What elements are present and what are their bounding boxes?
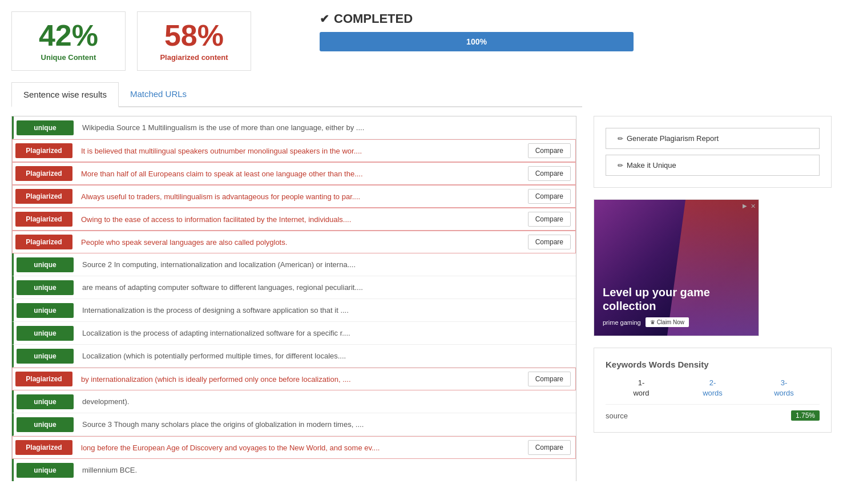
generate-report-button[interactable]: ✏ Generate Plagiarism Report (606, 128, 820, 149)
result-text: Localization (which is potentially perfo… (76, 347, 576, 365)
ad-badge: ▶ (743, 203, 747, 209)
density-row-source: source 1.75% (606, 410, 820, 421)
right-panel: ✏ Generate Plagiarism Report ✏ Make it U… (594, 116, 832, 481)
density-source-label: source (606, 412, 628, 420)
density-col-3words[interactable]: 3-words (748, 378, 820, 398)
compare-button[interactable]: Compare (528, 166, 571, 181)
ad-provider: prime gaming (603, 319, 641, 326)
result-text: Localization is the process of adapting … (76, 324, 576, 342)
plagiarized-badge: Plagiarized (15, 166, 72, 181)
progress-bar: 100% (320, 32, 634, 51)
tab-sentence-results[interactable]: Sentence wise results (11, 82, 119, 107)
compare-button[interactable]: Compare (528, 235, 571, 249)
crown-icon: ♛ (650, 319, 655, 325)
unique-badge: unique (17, 417, 74, 432)
unique-percent: 42% (29, 21, 108, 50)
plagiarized-badge: Plagiarized (15, 235, 72, 249)
result-text: Internationalization is the process of d… (76, 301, 576, 319)
plagiarized-badge: Plagiarized (15, 440, 72, 455)
plagiarized-label: Plagiarized content (155, 53, 233, 62)
table-row: uniqueSource 2 In computing, internation… (12, 253, 576, 276)
table-row: uniqueSource 3 Though many scholars plac… (12, 413, 576, 436)
ad-sub: prime gaming ♛ Claim Now (603, 317, 750, 327)
plagiarized-badge: Plagiarized (15, 143, 72, 158)
action-buttons-box: ✏ Generate Plagiarism Report ✏ Make it U… (594, 116, 832, 188)
unique-badge: unique (17, 326, 74, 341)
density-source-value: 1.75% (791, 410, 820, 421)
tab-matched-urls[interactable]: Matched URLs (119, 82, 198, 106)
table-row: PlagiarizedIt is believed that multiling… (12, 139, 576, 162)
table-row: Plagiarizedlong before the European Age … (12, 436, 576, 459)
progress-label: 100% (466, 37, 487, 46)
completed-label: COMPLETED (334, 11, 413, 26)
keywords-title: Keywords Words Density (606, 360, 820, 369)
unique-badge: unique (17, 463, 74, 478)
result-text: It is believed that multilingual speaker… (75, 142, 528, 160)
unique-badge: unique (17, 280, 74, 295)
table-row: uniquemillennium BCE. (12, 459, 576, 481)
completed-header: ✔ COMPLETED (320, 11, 832, 26)
unique-badge: unique (17, 257, 74, 272)
table-row: PlagiarizedMore than half of all Europea… (12, 162, 576, 185)
keywords-density-box: Keywords Words Density 1-word 2-words 3-… (594, 348, 832, 433)
table-row: PlagiarizedOwing to the ease of access t… (12, 208, 576, 231)
pencil-icon-2: ✏ (618, 162, 623, 170)
table-row: uniqueare means of adapting computer sof… (12, 276, 576, 299)
result-text: Source 3 Though many scholars place the … (76, 416, 576, 433)
unique-stat-box: 42% Unique Content (11, 11, 126, 71)
result-text: More than half of all Europeans claim to… (75, 165, 528, 183)
density-3words-label: 3-words (748, 378, 820, 398)
completion-area: ✔ COMPLETED 100% (320, 11, 832, 51)
ad-text: Level up your game collection (603, 285, 750, 313)
unique-badge: unique (17, 394, 74, 409)
unique-badge: unique (17, 303, 74, 318)
table-row: PlagiarizedPeople who speak several lang… (12, 231, 576, 253)
ad-banner: ▶ ✕ Level up your game collection prime … (594, 199, 759, 336)
table-row: uniqueWikipedia Source 1 Multilingualism… (12, 116, 576, 139)
result-text: long before the European Age of Discover… (75, 439, 528, 457)
results-list[interactable]: uniqueWikipedia Source 1 Multilingualism… (11, 116, 576, 481)
unique-badge: unique (17, 349, 74, 364)
check-icon: ✔ (320, 12, 329, 26)
compare-button[interactable]: Compare (528, 212, 571, 227)
compare-button[interactable]: Compare (528, 189, 571, 204)
unique-label: Unique Content (29, 53, 108, 62)
plagiarized-badge: Plagiarized (15, 372, 72, 386)
table-row: PlagiarizedAlways useful to traders, mul… (12, 185, 576, 208)
top-stats-area: 42% Unique Content 58% Plagiarized conte… (11, 11, 832, 71)
compare-button[interactable]: Compare (528, 440, 571, 455)
density-2words-label: 2-words (677, 378, 748, 398)
density-cols: 1-word 2-words 3-words (606, 378, 820, 405)
result-text: Owing to the ease of access to informati… (75, 211, 528, 228)
result-text: development). (76, 393, 576, 410)
result-text: People who speak several languages are a… (75, 233, 528, 251)
plagiarized-percent: 58% (155, 21, 233, 50)
density-col-2words[interactable]: 2-words (677, 378, 748, 398)
result-text: millennium BCE. (76, 461, 576, 479)
make-unique-button[interactable]: ✏ Make it Unique (606, 155, 820, 176)
table-row: Plagiarizedby internationalization (whic… (12, 368, 576, 390)
results-list-inner: uniqueWikipedia Source 1 Multilingualism… (11, 116, 576, 481)
table-row: uniqueInternationalization is the proces… (12, 299, 576, 322)
result-text: are means of adapting computer software … (76, 279, 576, 296)
density-col-1word: 1-word (606, 378, 677, 398)
pencil-icon: ✏ (618, 135, 623, 143)
tabs-container: Sentence wise results Matched URLs (11, 82, 582, 107)
ad-cta-button[interactable]: ♛ Claim Now (646, 317, 689, 327)
ad-close-icon[interactable]: ✕ (751, 203, 756, 210)
ad-game-art (667, 200, 759, 336)
density-1word-label: 1-word (606, 378, 677, 398)
result-text: by internationalization (which is ideall… (75, 370, 528, 388)
plagiarized-badge: Plagiarized (15, 212, 72, 227)
plagiarized-stat-box: 58% Plagiarized content (137, 11, 251, 71)
table-row: uniqueLocalization (which is potentially… (12, 345, 576, 368)
unique-badge: unique (17, 120, 74, 135)
content-area: uniqueWikipedia Source 1 Multilingualism… (11, 116, 832, 481)
table-row: uniqueLocalization is the process of ada… (12, 322, 576, 345)
plagiarized-badge: Plagiarized (15, 189, 72, 204)
result-text: Always useful to traders, multilingualis… (75, 188, 528, 205)
result-text: Wikipedia Source 1 Multilingualism is th… (76, 119, 576, 136)
compare-button[interactable]: Compare (528, 143, 571, 158)
compare-button[interactable]: Compare (528, 372, 571, 386)
table-row: uniquedevelopment). (12, 390, 576, 413)
